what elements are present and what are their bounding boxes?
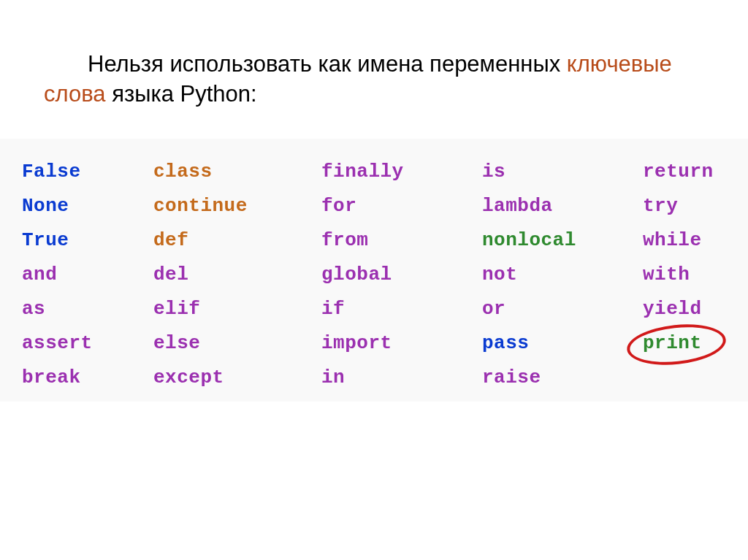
keyword-finally: finally — [321, 161, 404, 183]
keyword-except: except — [153, 367, 224, 388]
keyword-with: with — [643, 264, 690, 285]
keyword-false: False — [22, 161, 81, 183]
keyword-if: if — [321, 298, 345, 320]
keyword-pass: pass — [482, 332, 529, 354]
keyword-break: break — [22, 367, 81, 388]
keyword-continue: continue — [153, 195, 248, 217]
keyword-def: def — [153, 229, 188, 251]
keyword-from: from — [321, 229, 368, 251]
keyword-not: not — [482, 264, 517, 285]
keyword-return: return — [643, 161, 714, 183]
keyword-none: None — [22, 195, 69, 217]
keyword-true: True — [22, 229, 69, 251]
intro-part2: языка Python: — [106, 81, 257, 107]
slide: Нельзя использовать как имена переменных… — [0, 0, 748, 560]
keyword-elif: elif — [153, 298, 200, 320]
keyword-else: else — [153, 332, 200, 354]
keyword-yield: yield — [643, 298, 702, 320]
keyword-in: in — [321, 367, 345, 388]
intro-part1: Нельзя использовать как имена переменных — [88, 51, 567, 77]
keyword-is: is — [482, 161, 505, 183]
keywords-panel: FalseNoneTrueandasassertbreakclasscontin… — [0, 139, 748, 402]
keyword-try: try — [643, 195, 678, 217]
keyword-import: import — [321, 332, 392, 354]
intro-text: Нельзя использовать как имена переменных… — [44, 50, 701, 110]
keyword-assert: assert — [22, 332, 93, 354]
keyword-or: or — [482, 298, 505, 320]
keyword-and: and — [22, 264, 57, 285]
keyword-lambda: lambda — [482, 195, 553, 217]
keyword-while: while — [643, 229, 702, 251]
keyword-for: for — [321, 195, 356, 217]
keyword-raise: raise — [482, 367, 541, 388]
keyword-nonlocal: nonlocal — [482, 229, 576, 251]
keyword-print: print — [643, 332, 702, 354]
keyword-class: class — [153, 161, 213, 183]
keyword-del: del — [153, 264, 188, 285]
keyword-as: as — [22, 298, 45, 320]
keyword-global: global — [321, 264, 392, 285]
